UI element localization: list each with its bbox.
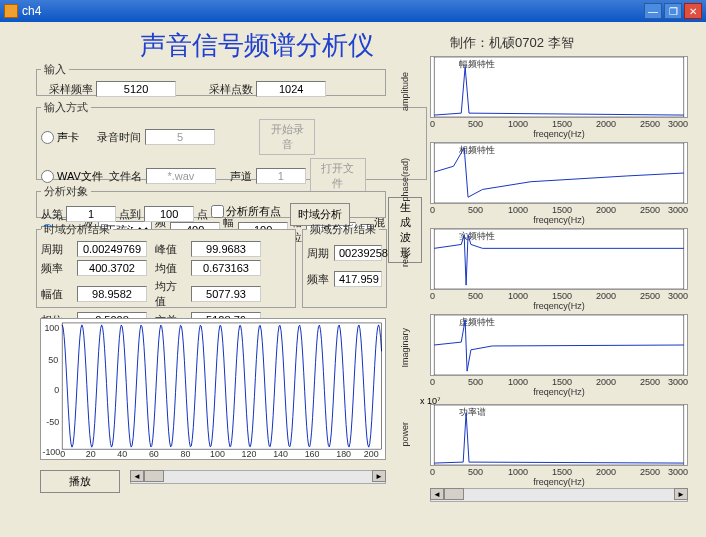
- author-label: 制作：机硕0702 李智: [450, 34, 574, 52]
- input-mode-legend: 输入方式: [41, 100, 91, 115]
- tr-rms-label: 均方值: [155, 279, 183, 309]
- start-record-button[interactable]: 开始录音: [259, 119, 315, 155]
- amplitude-chart: 幅频特性 1000050000: [430, 56, 688, 118]
- channel-field[interactable]: 1: [256, 168, 306, 184]
- freq-result-panel: 频域分析结果 周期 00239258 频率 417.959: [302, 222, 387, 308]
- input-mode-panel: 输入方式 声卡 录音时间 5 开始录音 WAV文件 文件名 *.wav 声道 1…: [36, 100, 427, 180]
- input-panel: 输入 采样频率 5120 采样点数 1024: [36, 62, 386, 96]
- analysis-target-panel: 分析对象 从第 1 点到 100 点 分析所有点 时域分析 频域分析: [36, 184, 386, 218]
- svg-text:40: 40: [117, 449, 127, 459]
- c5-xlabel: freqency(Hz): [430, 477, 688, 487]
- filename-field[interactable]: *.wav: [146, 168, 216, 184]
- wav-file-radio[interactable]: WAV文件: [41, 169, 103, 184]
- svg-text:0: 0: [60, 449, 65, 459]
- app-icon: [4, 4, 18, 18]
- fr-freq-value: 417.959: [334, 271, 382, 287]
- input-legend: 输入: [41, 62, 69, 77]
- svg-text:180: 180: [336, 449, 351, 459]
- svg-text:160: 160: [305, 449, 320, 459]
- all-points-checkbox[interactable]: 分析所有点: [211, 204, 281, 219]
- c2-ylabel: phase(rad): [400, 158, 410, 202]
- tr-rms-value: 5077.93: [191, 286, 261, 302]
- sample-points-field[interactable]: 1024: [256, 81, 326, 97]
- record-time-field[interactable]: 5: [145, 129, 215, 145]
- analysis-target-legend: 分析对象: [41, 184, 91, 199]
- c3-xlabel: freqency(Hz): [430, 301, 688, 311]
- close-button[interactable]: ✕: [684, 3, 702, 19]
- c1-ylabel: amplitude: [400, 72, 410, 111]
- svg-text:140: 140: [273, 449, 288, 459]
- svg-text:120: 120: [242, 449, 257, 459]
- sample-points-label: 采样点数: [209, 83, 253, 95]
- c1-xlabel: freqency(Hz): [430, 129, 688, 139]
- minimize-button[interactable]: —: [644, 3, 662, 19]
- svg-text:-50: -50: [46, 417, 59, 427]
- sample-rate-field[interactable]: 5120: [96, 81, 176, 97]
- fr-period-label: 周期: [307, 246, 331, 261]
- phase-chart: 相频特性 20-2: [430, 142, 688, 204]
- sample-rate-label: 采样频率: [49, 83, 93, 95]
- channel-label: 声道: [230, 169, 252, 184]
- time-waveform-chart: 100500-50-100 02040608010012014016018020…: [40, 318, 386, 460]
- power-chart: 功率谱 3210: [430, 404, 688, 466]
- window-title: ch4: [22, 4, 644, 18]
- svg-text:60: 60: [149, 449, 159, 459]
- from-field[interactable]: 1: [66, 206, 116, 222]
- svg-text:80: 80: [180, 449, 190, 459]
- titlebar: ch4 — ❐ ✕: [0, 0, 706, 22]
- c5-title: 功率谱: [459, 407, 486, 417]
- to-field[interactable]: 100: [144, 206, 194, 222]
- right-scrollbar[interactable]: ◄ ►: [430, 488, 688, 502]
- imag-chart: 虚频特性 50000-5000: [430, 314, 688, 376]
- svg-text:-100: -100: [42, 447, 60, 457]
- point-label: 点: [197, 208, 208, 220]
- freq-result-legend: 频域分析结果: [307, 222, 379, 237]
- record-time-label: 录音时间: [97, 130, 141, 145]
- svg-text:50: 50: [48, 355, 58, 365]
- play-button[interactable]: 播放: [40, 470, 120, 493]
- c5-ylabel: power: [400, 422, 410, 447]
- from-label: 从第: [41, 208, 63, 220]
- tr-peak-value: 99.9683: [191, 241, 261, 257]
- tr-freq-label: 频率: [41, 261, 69, 276]
- tr-mean-value: 0.673163: [191, 260, 261, 276]
- tr-amp-label: 幅值: [41, 287, 69, 302]
- tr-peak-label: 峰值: [155, 242, 183, 257]
- c2-xlabel: freqency(Hz): [430, 215, 688, 225]
- c3-ylabel: real: [400, 252, 410, 267]
- filename-label: 文件名: [109, 169, 142, 184]
- c4-ylabel: Imaginary: [400, 328, 410, 368]
- page-title: 声音信号频谱分析仪: [140, 28, 374, 63]
- to-label: 点到: [119, 208, 141, 220]
- svg-text:20: 20: [86, 449, 96, 459]
- svg-text:200: 200: [364, 449, 379, 459]
- tr-period-value: 0.00249769: [77, 241, 147, 257]
- tr-mean-label: 均值: [155, 261, 183, 276]
- time-result-panel: 时域分析结果 周期 0.00249769 峰值 99.9683 频率 400.3…: [36, 222, 296, 308]
- time-result-legend: 时域分析结果: [41, 222, 113, 237]
- fr-period-value: 00239258: [334, 245, 382, 261]
- waveform-scrollbar[interactable]: ◄ ►: [130, 470, 386, 484]
- svg-text:100: 100: [210, 449, 225, 459]
- real-chart: 实频特性 2000-200-400: [430, 228, 688, 290]
- svg-text:100: 100: [44, 323, 59, 333]
- maximize-button[interactable]: ❐: [664, 3, 682, 19]
- tr-period-label: 周期: [41, 242, 69, 257]
- sound-card-radio[interactable]: 声卡: [41, 130, 79, 145]
- c4-xlabel: freqency(Hz): [430, 387, 688, 397]
- fr-freq-label: 频率: [307, 272, 331, 287]
- tr-freq-value: 400.3702: [77, 260, 147, 276]
- tr-amp-value: 98.9582: [77, 286, 147, 302]
- svg-text:0: 0: [54, 385, 59, 395]
